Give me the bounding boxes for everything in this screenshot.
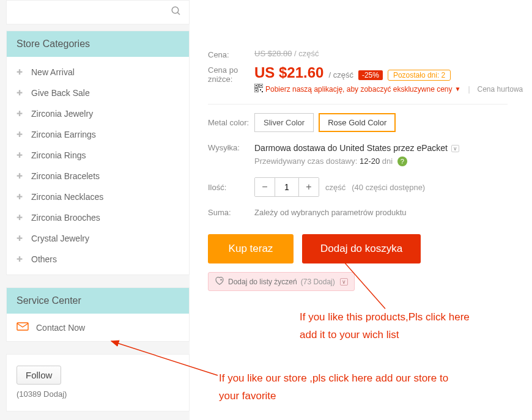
price-unit: / część — [328, 70, 353, 79]
category-label: Crystal Jewelry — [31, 234, 89, 243]
category-label: Zirconia Bracelets — [31, 171, 100, 181]
category-item[interactable]: ✚Zirconia Jewelry — [7, 103, 189, 124]
annotation-follow: If you like our store ,pls click here ad… — [219, 370, 464, 405]
qty-input[interactable] — [275, 178, 299, 196]
category-item[interactable]: ✚Give Back Sale — [7, 83, 189, 103]
follow-panel: Follow (10389 Dodaj) — [6, 354, 190, 411]
old-price-unit: / część — [292, 49, 319, 58]
svg-rect-9 — [260, 89, 261, 90]
store-categories-panel: Store Categories ✚New Arrival ✚Give Back… — [6, 31, 190, 275]
shipping-info[interactable]: Darmowa dostawa do United States przez e… — [254, 143, 459, 153]
qty-unit: część — [325, 183, 345, 192]
category-item[interactable]: ✚Zirconia Bracelets — [7, 166, 189, 186]
plus-icon: ✚ — [17, 68, 23, 76]
add-to-cart-button[interactable]: Dodaj do koszyka — [302, 234, 421, 263]
category-item[interactable]: ✚New Arrival — [7, 62, 189, 83]
svg-line-1 — [177, 12, 180, 15]
plus-icon: ✚ — [17, 130, 23, 139]
search-bar[interactable] — [6, 0, 190, 24]
wishlist-count: (73 Dodaj) — [301, 278, 335, 286]
svg-rect-6 — [256, 85, 257, 86]
qty-increment[interactable]: + — [299, 178, 319, 196]
plus-icon: ✚ — [17, 89, 23, 97]
sidebar: Store Categories ✚New Arrival ✚Give Back… — [6, 0, 190, 420]
plus-icon: ✚ — [17, 151, 23, 160]
category-item[interactable]: ✚Crystal Jewelry — [7, 228, 189, 249]
price-label: Cena: — [208, 49, 254, 59]
service-header: Service Center — [7, 288, 189, 314]
chevron-down-icon[interactable]: ∨ — [451, 145, 459, 152]
qr-icon — [254, 84, 263, 94]
divider: | — [463, 85, 475, 94]
category-label: Give Back Sale — [31, 88, 90, 98]
svg-rect-10 — [262, 91, 263, 92]
shipping-label: Wysyłka: — [208, 143, 254, 152]
variant-rose-gold[interactable]: Rose Gold Color — [319, 113, 396, 132]
category-label: New Arrival — [31, 67, 75, 77]
shipping-eta: Przewidywany czas dostawy: 12-20 dni ? — [254, 157, 459, 166]
follow-count: (10389 Dodaj) — [17, 389, 179, 399]
total-label: Suma: — [208, 208, 254, 217]
new-price: US $21.60 — [254, 64, 323, 81]
quantity-label: Ilość: — [208, 183, 254, 192]
plus-icon: ✚ — [17, 213, 23, 222]
wishlist-label: Dodaj do listy życzeń — [228, 278, 297, 286]
category-label: Zirconia Rings — [31, 150, 86, 160]
plus-icon: ✚ — [17, 172, 23, 180]
heart-icon — [215, 276, 224, 287]
contact-label: Contact Now — [36, 323, 85, 333]
annotation-wishlist: If you like this products,Pls click here… — [300, 309, 489, 344]
categories-list: ✚New Arrival ✚Give Back Sale ✚Zirconia J… — [7, 57, 189, 274]
category-item[interactable]: ✚Zirconia Necklaces — [7, 186, 189, 207]
variant-silver[interactable]: Sliver Color — [254, 113, 314, 132]
discounted-price-label: Cena pozniżce: — [208, 64, 254, 94]
app-promo-link[interactable]: Pobierz naszą aplikację, aby zobaczyć ek… — [265, 85, 452, 94]
plus-icon: ✚ — [17, 193, 23, 201]
plus-icon: ✚ — [17, 234, 23, 243]
category-item[interactable]: ✚Zirconia Rings — [7, 145, 189, 166]
svg-point-0 — [172, 7, 179, 13]
svg-rect-7 — [260, 85, 262, 86]
category-item[interactable]: ✚Zirconia Earrings — [7, 124, 189, 145]
metal-color-label: Metal color: — [208, 118, 254, 127]
old-price: US $28.80 — [254, 49, 292, 58]
svg-rect-2 — [17, 323, 28, 330]
svg-rect-8 — [256, 90, 257, 91]
category-item[interactable]: ✚Others — [7, 249, 189, 270]
wholesale-link[interactable]: Cena hurtowa — [478, 85, 523, 94]
search-icon[interactable] — [171, 6, 182, 18]
total-value: Zależy od wybranych parametrów produktu — [254, 208, 407, 217]
product-main: Cena: US $28.80 / część Cena pozniżce: U… — [190, 0, 532, 420]
chevron-down-icon[interactable]: ∨ — [340, 278, 348, 286]
add-to-wishlist-button[interactable]: Dodaj do listy życzeń (73 Dodaj) ∨ — [208, 272, 355, 291]
category-item[interactable]: ✚Zirconia Brooches — [7, 207, 189, 228]
category-label: Zirconia Jewelry — [31, 109, 93, 119]
category-label: Zirconia Brooches — [31, 213, 100, 223]
category-label: Others — [31, 254, 57, 264]
contact-now[interactable]: Contact Now — [7, 314, 189, 341]
buy-now-button[interactable]: Kup teraz — [208, 234, 294, 263]
divider — [208, 104, 508, 105]
category-label: Zirconia Necklaces — [31, 192, 103, 202]
mail-icon — [17, 322, 29, 333]
follow-label: Follow — [26, 370, 52, 380]
discount-badge: -25% — [358, 70, 383, 80]
chevron-down-icon: ▼ — [454, 86, 460, 92]
days-left-badge: Pozostało dni: 2 — [388, 70, 451, 81]
categories-header: Store Categories — [7, 31, 189, 57]
qty-decrement[interactable]: − — [255, 178, 275, 196]
category-label: Zirconia Earrings — [31, 130, 96, 139]
follow-button[interactable]: Follow — [17, 366, 61, 385]
service-center-panel: Service Center Contact Now — [6, 287, 190, 342]
plus-icon: ✚ — [17, 109, 23, 118]
plus-icon: ✚ — [17, 255, 23, 263]
help-icon[interactable]: ? — [397, 157, 407, 166]
qty-available: (40 części dostępne) — [352, 183, 425, 192]
quantity-stepper: − + — [254, 177, 319, 197]
